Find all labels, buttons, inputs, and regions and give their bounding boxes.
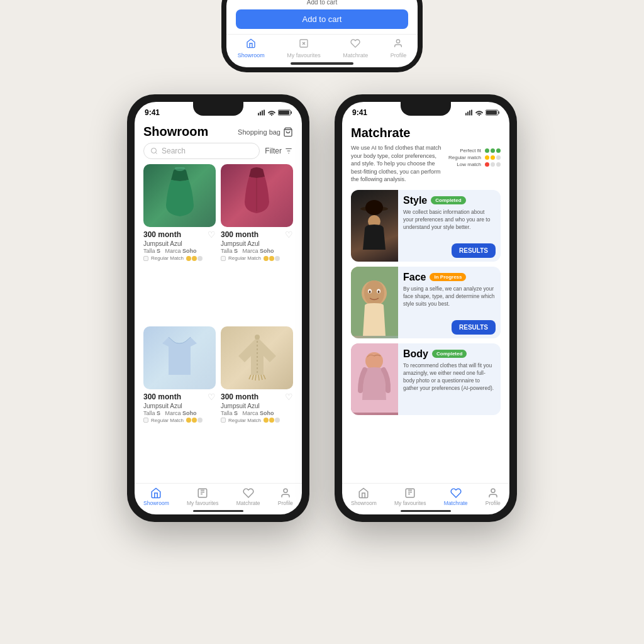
product-card-1[interactable]: 300 month ♡ Jumpsuit Azul Talla S Marca … xyxy=(143,164,216,321)
status-icons-right xyxy=(465,109,499,116)
match-stars-3 xyxy=(186,418,203,423)
favourite-icon-3[interactable]: ♡ xyxy=(208,392,216,402)
analysis-card-body[interactable]: Body Completed To recommend clothes that… xyxy=(351,343,501,415)
face-title-row: Face In Progress xyxy=(403,272,496,283)
favourite-icon-4[interactable]: ♡ xyxy=(285,392,293,402)
notch-right xyxy=(401,102,451,116)
product-image-1 xyxy=(143,164,216,227)
product-info-3: 300 month ♡ Jumpsuit Azul Talla S Marca … xyxy=(143,389,216,425)
product-grid: 300 month ♡ Jumpsuit Azul Talla S Marca … xyxy=(135,164,302,483)
shopping-bag-button[interactable]: Shopping bag xyxy=(238,127,293,137)
match-checkbox-3 xyxy=(143,418,148,423)
right-phone: 9:41 Matchrate We use AI to find clothes… xyxy=(335,94,517,522)
right-nav-favourites[interactable]: My favourites xyxy=(394,487,426,506)
analysis-card-style[interactable]: Style Completed We collect basic informa… xyxy=(351,190,501,262)
product-name-3: Jumpsuit Azul xyxy=(143,402,216,409)
top-nav-matchrate[interactable]: Matchrate xyxy=(343,38,368,58)
home-bar-left xyxy=(193,510,243,512)
svg-point-3 xyxy=(397,40,400,43)
right-nav-showroom[interactable]: Showroom xyxy=(351,487,377,506)
svg-rect-5 xyxy=(260,112,261,116)
showroom-screen: Showroom Shopping bag Search Filter xyxy=(135,119,302,483)
matchrate-screen: Matchrate We use AI to find clothes that… xyxy=(342,119,509,483)
product-name-1: Jumpsuit Azul xyxy=(143,240,216,247)
svg-point-8 xyxy=(271,114,272,116)
favourites-icon xyxy=(299,38,309,51)
top-phone: Add to cart Add to cart Showroom My favo… xyxy=(221,0,423,72)
svg-rect-34 xyxy=(467,112,469,116)
home-indicator xyxy=(291,62,353,65)
style-photo xyxy=(351,190,398,262)
svg-line-14 xyxy=(155,152,157,153)
legend-perfect-fit: Perfect fit xyxy=(448,148,501,153)
top-phone-nav: Showroom My favourites Matchrate Profile xyxy=(226,34,418,60)
match-checkbox-2 xyxy=(221,256,226,261)
product-meta-1: Talla S Marca Soho xyxy=(143,248,216,254)
product-info-1: 300 month ♡ Jumpsuit Azul Talla S Marca … xyxy=(143,227,216,262)
style-title-row: Style Completed xyxy=(403,195,496,206)
style-badge: Completed xyxy=(431,196,465,204)
svg-line-23 xyxy=(252,375,253,380)
product-image-4 xyxy=(221,326,293,389)
status-icons-left xyxy=(258,109,292,116)
matchrate-icon xyxy=(350,38,360,51)
svg-rect-4 xyxy=(258,113,259,116)
face-desc: By using a selfie, we can analyze your f… xyxy=(403,286,496,316)
matchrate-header: Matchrate We use AI to find clothes that… xyxy=(342,119,509,187)
svg-point-32 xyxy=(284,489,287,492)
matchrate-description: We use AI to find clothes that match you… xyxy=(351,144,443,184)
product-card-4[interactable]: 300 month ♡ Jumpsuit Azul Talla S Marca … xyxy=(221,326,293,484)
filter-button[interactable]: Filter xyxy=(265,147,293,155)
product-price-1: 300 month xyxy=(143,230,181,239)
right-nav-profile[interactable]: Profile xyxy=(486,487,501,506)
svg-rect-36 xyxy=(471,110,472,116)
search-box[interactable]: Search xyxy=(143,143,260,159)
style-desc: We collect basic information about your … xyxy=(403,209,496,240)
style-results-button[interactable]: RESULTS xyxy=(452,243,496,258)
product-card-3[interactable]: 300 month ♡ Jumpsuit Azul Talla S Marca … xyxy=(143,326,216,484)
match-checkbox-4 xyxy=(221,418,226,423)
product-card-2[interactable]: 300 month ♡ Jumpsuit Azul Talla S Marca … xyxy=(221,164,293,321)
face-photo xyxy=(351,267,398,338)
home-bar-right xyxy=(401,510,451,512)
top-nav-favourites[interactable]: My favourites xyxy=(287,38,321,58)
body-card-body: Body Completed To recommend clothes that… xyxy=(403,343,501,415)
favourite-icon-1[interactable]: ♡ xyxy=(208,230,216,240)
product-info-4: 300 month ♡ Jumpsuit Azul Talla S Marca … xyxy=(221,389,293,425)
product-name-2: Jumpsuit Azul xyxy=(221,240,293,247)
showroom-header: Showroom Shopping bag xyxy=(135,119,302,143)
style-card-body: Style Completed We collect basic informa… xyxy=(403,190,501,262)
add-to-cart-hint: Add to cart xyxy=(307,0,337,6)
analysis-cards: Style Completed We collect basic informa… xyxy=(342,187,509,483)
product-info-2: 300 month ♡ Jumpsuit Azul Talla S Marca … xyxy=(221,227,293,262)
product-image-3 xyxy=(143,326,216,389)
time-right: 9:41 xyxy=(352,108,367,117)
legend-regular-match: Regular match xyxy=(448,155,501,160)
add-to-cart-button[interactable]: Add to cart xyxy=(236,9,408,29)
phones-row: 9:41 Showroom Shopping bag xyxy=(127,94,517,522)
left-nav-showroom[interactable]: Showroom xyxy=(143,487,169,506)
left-nav-profile[interactable]: Profile xyxy=(278,487,293,506)
profile-icon xyxy=(393,38,403,51)
svg-point-46 xyxy=(364,280,384,306)
svg-line-25 xyxy=(258,375,259,380)
svg-line-26 xyxy=(261,375,262,380)
left-nav-matchrate[interactable]: Matchrate xyxy=(236,487,260,506)
match-row-3: Regular Match xyxy=(143,418,216,423)
left-phone: 9:41 Showroom Shopping bag xyxy=(127,94,309,522)
match-checkbox-1 xyxy=(143,256,148,261)
svg-rect-10 xyxy=(291,111,292,114)
svg-point-50 xyxy=(378,291,380,293)
left-nav-favourites[interactable]: My favourites xyxy=(187,487,219,506)
showroom-title: Showroom xyxy=(143,125,208,139)
analysis-card-face[interactable]: Face In Progress By using a selfie, we c… xyxy=(351,267,501,338)
right-nav-matchrate[interactable]: Matchrate xyxy=(444,487,468,506)
face-results-button[interactable]: RESULTS xyxy=(452,320,496,335)
time-left: 9:41 xyxy=(145,108,160,117)
product-price-3: 300 month xyxy=(143,392,181,401)
svg-rect-40 xyxy=(486,111,497,114)
top-nav-showroom[interactable]: Showroom xyxy=(238,38,265,58)
top-nav-profile[interactable]: Profile xyxy=(391,38,407,58)
favourite-icon-2[interactable]: ♡ xyxy=(285,230,293,240)
product-meta-4: Talla S Marca Soho xyxy=(221,410,293,416)
